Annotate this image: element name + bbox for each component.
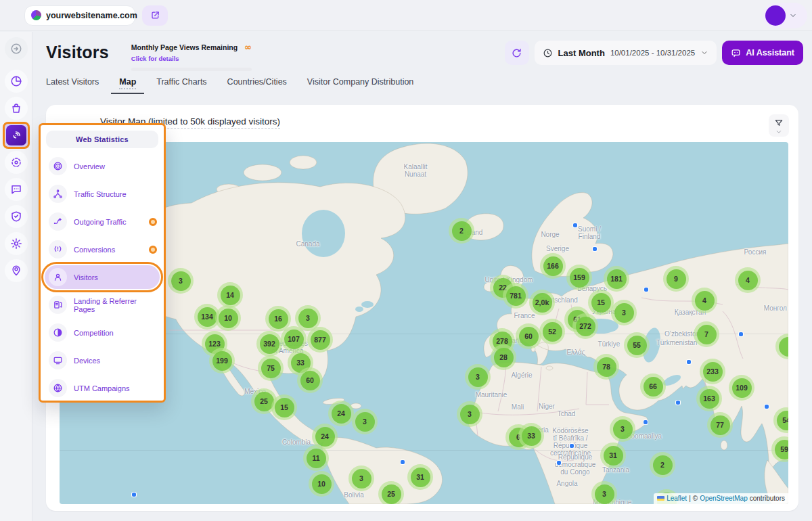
notification-dot <box>149 218 157 226</box>
tab-map[interactable]: Map <box>111 77 144 94</box>
visitor-cluster[interactable]: 10 <box>215 305 241 331</box>
visitor-cluster[interactable]: 3 <box>348 466 374 491</box>
osm-link[interactable]: OpenStreetMap <box>700 495 748 502</box>
visitor-cluster[interactable]: 3 <box>591 481 617 504</box>
ukraine-flag-icon <box>657 496 664 501</box>
visitor-cluster[interactable]: 11 <box>303 445 329 471</box>
tab-latest-visitors[interactable]: Latest Visitors <box>46 77 99 93</box>
visitor-marker[interactable] <box>765 405 769 409</box>
quota-details-link[interactable]: Click for details <box>131 55 179 62</box>
visitor-marker[interactable] <box>573 223 577 227</box>
sidebar-item-pie-chart[interactable] <box>5 70 28 93</box>
leaflet-link[interactable]: Leaflet <box>667 495 687 502</box>
menu-item-outgoing-traffic[interactable]: Outgoing Traffic <box>41 208 164 235</box>
visitor-cluster[interactable]: 877 <box>307 327 333 353</box>
visitor-cluster[interactable]: 3 <box>611 300 637 325</box>
visitor-cluster[interactable]: 31 <box>407 464 433 490</box>
ai-assistant-button[interactable]: AI Assistant <box>722 41 803 65</box>
website-selector[interactable]: yourwebsitename.com <box>24 5 135 26</box>
visitor-cluster[interactable]: 66 <box>640 373 666 399</box>
visitor-cluster[interactable]: 392 <box>256 331 282 357</box>
sidebar-item-shopping-bag[interactable] <box>5 97 28 120</box>
menu-item-visitors[interactable]: Visitors <box>45 265 160 289</box>
menu-item-landing-referrer-pages[interactable]: Landing & Referrer Pages <box>41 291 164 319</box>
visitor-cluster[interactable]: 31 <box>600 443 626 468</box>
visitor-marker[interactable] <box>593 247 597 251</box>
filter-button[interactable] <box>769 114 789 137</box>
visitor-cluster[interactable]: 75 <box>258 355 284 381</box>
chevron-down-icon <box>700 49 708 57</box>
visitor-marker[interactable] <box>644 420 648 424</box>
visitor-cluster[interactable]: 55 <box>624 332 650 358</box>
visitor-cluster[interactable]: 199 <box>209 348 235 373</box>
menu-item-conversions[interactable]: Conversions <box>41 235 164 263</box>
visitor-cluster[interactable]: 60 <box>516 323 541 349</box>
visitor-cluster[interactable]: 14 <box>217 282 243 308</box>
visitor-cluster[interactable]: 3 <box>168 268 194 294</box>
visitor-marker[interactable] <box>401 460 405 464</box>
visitor-cluster[interactable]: 181 <box>604 266 629 292</box>
menu-item-devices[interactable]: Devices <box>41 346 164 374</box>
visitor-cluster[interactable]: 3 <box>465 364 491 390</box>
refresh-button[interactable] <box>505 41 529 65</box>
visitor-marker[interactable] <box>570 444 574 448</box>
visitor-marker[interactable] <box>557 461 561 465</box>
sidebar-item-focus-target[interactable] <box>5 151 28 174</box>
tab-countries-cities[interactable]: Countries/Cities <box>227 77 287 93</box>
visitor-cluster[interactable]: 24 <box>328 401 354 426</box>
visitor-cluster[interactable]: 7 <box>694 321 719 347</box>
visitor-cluster[interactable]: 163 <box>696 386 722 411</box>
avatar <box>765 5 786 26</box>
period-range: 10/01/2025 - 10/31/2025 <box>610 49 695 57</box>
tab-visitor-company-distribution[interactable]: Visitor Company Distribution <box>307 77 413 93</box>
menu-item-overview[interactable]: Overview <box>41 152 164 180</box>
visitor-cluster[interactable]: 4 <box>735 267 761 293</box>
visitor-cluster[interactable]: 781 <box>503 283 528 309</box>
sidebar-item-chat-dots[interactable] <box>5 178 28 201</box>
visitor-cluster[interactable]: 233 <box>700 359 725 384</box>
sidebar-item-radar-active[interactable] <box>3 122 30 149</box>
visitor-marker[interactable] <box>687 360 691 364</box>
menu-item-traffic-structure[interactable]: Traffic Structure <box>41 180 164 208</box>
menu-item-competition[interactable]: Competition <box>41 319 164 346</box>
visitor-cluster[interactable]: 107 <box>281 326 307 352</box>
visitor-cluster[interactable]: 33 <box>518 423 544 449</box>
visitor-cluster[interactable]: 15 <box>588 290 614 315</box>
visitor-cluster[interactable]: 78 <box>593 354 619 380</box>
account-menu[interactable] <box>763 3 807 28</box>
visitor-cluster[interactable]: 3 <box>610 416 635 442</box>
visitor-cluster[interactable]: 9 <box>663 266 689 292</box>
visitor-map[interactable]: KalaallitNunaatCanadaUnited Statesof Ame… <box>60 142 788 504</box>
sidebar-item-shield-check[interactable] <box>5 205 28 228</box>
visitor-cluster[interactable]: 2 <box>650 452 675 478</box>
visitor-cluster[interactable]: 109 <box>729 375 754 401</box>
visitor-cluster[interactable]: 159 <box>566 265 592 290</box>
visitor-marker[interactable] <box>676 401 680 405</box>
visitor-cluster[interactable]: 52 <box>539 319 565 344</box>
menu-item-utm-campaigns[interactable]: UTM Campaigns <box>41 374 164 402</box>
visitor-cluster[interactable]: 2,0k <box>529 290 555 315</box>
visitor-cluster[interactable]: 272 <box>572 313 598 339</box>
visitor-marker[interactable] <box>644 288 648 292</box>
sidebar-item-arrow-circle[interactable] <box>5 37 28 60</box>
visitor-cluster[interactable]: 15 <box>271 394 297 420</box>
visitor-cluster[interactable]: 4 <box>692 288 717 313</box>
visitor-cluster[interactable]: 10 <box>309 471 334 497</box>
website-favicon-icon <box>31 10 41 20</box>
visitor-cluster[interactable]: 25 <box>378 481 404 504</box>
visitor-cluster[interactable]: 60 <box>297 367 323 393</box>
clock-icon <box>543 48 553 58</box>
open-website-button[interactable] <box>142 5 168 26</box>
tab-traffic-charts[interactable]: Traffic Charts <box>156 77 206 93</box>
date-range-picker[interactable]: Last Month 10/01/2025 - 10/31/2025 <box>535 41 717 65</box>
visitor-cluster[interactable]: 3 <box>457 401 482 427</box>
visitor-cluster[interactable]: 2 <box>449 218 474 244</box>
visitor-marker[interactable] <box>739 332 743 336</box>
visitor-cluster[interactable]: 166 <box>540 253 566 279</box>
sidebar-item-gear[interactable] <box>5 232 28 255</box>
sidebar-item-person-pin[interactable] <box>5 259 28 282</box>
visitor-cluster[interactable]: 28 <box>491 344 516 370</box>
visitor-cluster[interactable]: 3 <box>352 409 378 434</box>
visitor-cluster[interactable]: 77 <box>707 412 733 438</box>
visitor-marker[interactable] <box>132 493 136 497</box>
